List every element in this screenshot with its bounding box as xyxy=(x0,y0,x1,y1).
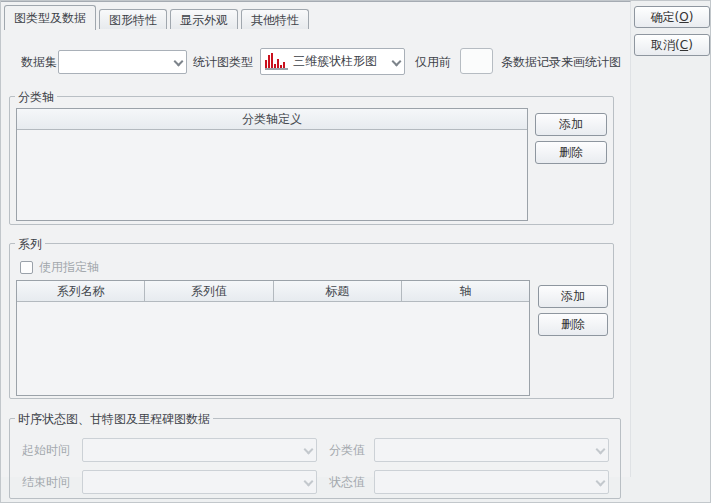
dataset-select[interactable] xyxy=(58,50,187,74)
dataset-label: 数据集 xyxy=(21,50,57,74)
series-table-header: 系列名称 系列值 标题 轴 xyxy=(17,281,529,302)
tab-other-properties[interactable]: 其他特性 xyxy=(241,9,309,29)
ok-label-post: ) xyxy=(689,10,694,24)
chevron-down-icon xyxy=(304,446,312,454)
tab-bar: 图类型及数据 图形特性 显示外观 其他特性 xyxy=(4,4,309,29)
status-value-label: 状态值 xyxy=(329,470,365,494)
use-specified-axis-label: 使用指定轴 xyxy=(39,258,99,276)
chevron-down-icon xyxy=(392,58,400,66)
record-limit-suffix-label: 条数据记录来画统计图 xyxy=(501,50,621,74)
cancel-label-post: ) xyxy=(688,38,693,52)
end-time-label: 结束时间 xyxy=(22,470,70,494)
status-value-select xyxy=(374,470,609,494)
series-add-button[interactable]: 添加 xyxy=(538,285,608,308)
category-axis-table-body[interactable] xyxy=(17,130,527,220)
category-value-select xyxy=(374,438,609,462)
category-value-label: 分类值 xyxy=(329,438,365,462)
category-axis-definition-column[interactable]: 分类轴定义 xyxy=(17,109,527,129)
category-axis-table[interactable]: 分类轴定义 xyxy=(16,108,528,221)
bar-chart-icon xyxy=(265,53,288,70)
category-axis-group: 分类轴 分类轴定义 添加 删除 xyxy=(9,96,614,225)
series-table-body[interactable] xyxy=(17,302,529,395)
series-axis-column[interactable]: 轴 xyxy=(401,281,529,301)
category-axis-group-title: 分类轴 xyxy=(15,89,57,106)
category-axis-table-header: 分类轴定义 xyxy=(17,109,527,130)
use-specified-axis-checkbox[interactable] xyxy=(20,261,33,274)
cancel-accesskey: C xyxy=(680,38,688,52)
time-chart-data-group-title: 时序状态图、甘特图及里程碑图数据 xyxy=(15,411,213,428)
time-chart-data-group: 时序状态图、甘特图及里程碑图数据 起始时间 分类值 结束时间 状态值 xyxy=(9,418,621,499)
ok-label-pre: 确定( xyxy=(651,10,680,24)
end-time-select xyxy=(82,470,317,494)
start-time-label: 起始时间 xyxy=(22,438,70,462)
category-axis-add-button[interactable]: 添加 xyxy=(535,113,607,136)
record-limit-prefix-label: 仅用前 xyxy=(415,50,451,74)
chevron-down-icon xyxy=(596,446,604,454)
series-name-column[interactable]: 系列名称 xyxy=(17,281,144,301)
cancel-label-pre: 取消( xyxy=(651,38,680,52)
chart-type-select[interactable]: 三维簇状柱形图 xyxy=(260,48,405,75)
record-limit-input[interactable] xyxy=(460,48,493,74)
series-delete-button[interactable]: 删除 xyxy=(538,313,608,336)
series-table[interactable]: 系列名称 系列值 标题 轴 xyxy=(16,280,530,396)
series-value-column[interactable]: 系列值 xyxy=(144,281,272,301)
ok-button[interactable]: 确定(O) xyxy=(634,6,710,28)
chart-type-label: 统计图类型 xyxy=(193,50,253,74)
tab-display-appearance[interactable]: 显示外观 xyxy=(170,9,238,29)
chevron-down-icon xyxy=(174,58,182,66)
start-time-select xyxy=(82,438,317,462)
category-axis-delete-button[interactable]: 删除 xyxy=(535,141,607,164)
chevron-down-icon xyxy=(596,478,604,486)
cancel-button[interactable]: 取消(C) xyxy=(634,34,710,56)
series-group-title: 系列 xyxy=(15,236,45,253)
chart-type-select-value: 三维簇状柱形图 xyxy=(293,53,377,70)
series-title-column[interactable]: 标题 xyxy=(273,281,401,301)
tab-chart-type-and-data[interactable]: 图类型及数据 xyxy=(4,5,96,30)
tab-graph-properties[interactable]: 图形特性 xyxy=(99,9,167,29)
chevron-down-icon xyxy=(304,478,312,486)
ok-accesskey: O xyxy=(679,10,688,24)
series-group: 系列 使用指定轴 系列名称 系列值 标题 轴 添加 删除 xyxy=(9,243,614,399)
chart-settings-dialog: 图类型及数据 图形特性 显示外观 其他特性 确定(O) 取消(C) 数据集 统计… xyxy=(0,0,711,503)
